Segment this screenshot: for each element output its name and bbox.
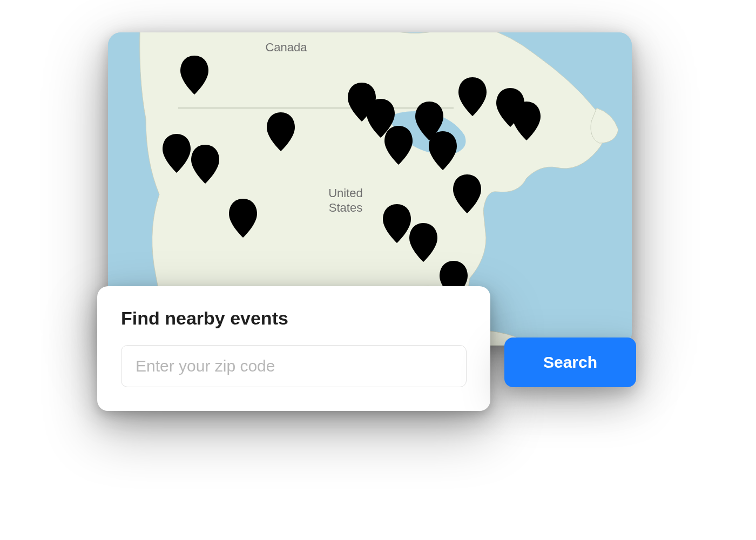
find-events-card: Find nearby events [97, 286, 490, 411]
map-label-canada: Canada [265, 40, 307, 54]
find-events-title: Find nearby events [121, 308, 467, 329]
zip-code-input[interactable] [121, 345, 467, 387]
find-events-panel: Find nearby events Search [97, 286, 589, 411]
map-label-us-line2: States [329, 201, 362, 214]
map-label-us-line1: United [328, 186, 363, 200]
search-button[interactable]: Search [504, 338, 636, 387]
